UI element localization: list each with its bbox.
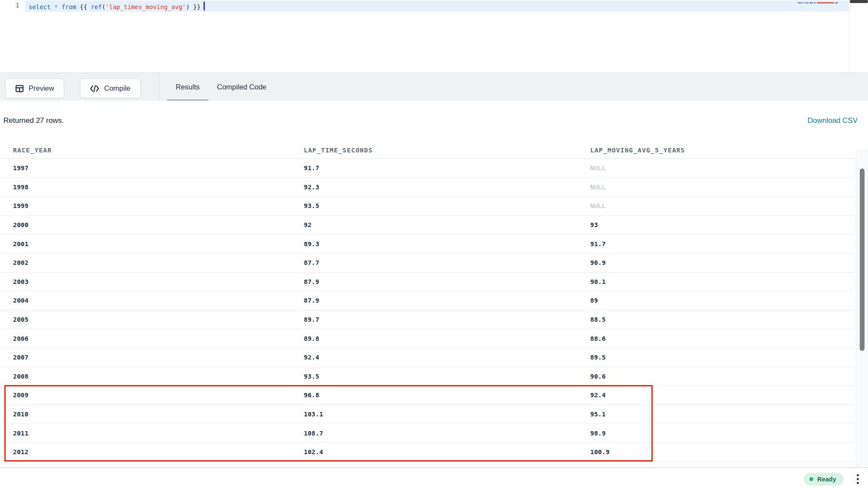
table-row: 199892.3NULL bbox=[0, 178, 855, 197]
editor-scrollbar-thumb[interactable] bbox=[850, 0, 868, 3]
status-bar: Ready bbox=[0, 467, 868, 488]
table-cell: 1997 bbox=[0, 165, 304, 171]
table-cell: 95.1 bbox=[590, 411, 855, 418]
toolbar-divider bbox=[159, 73, 159, 101]
minimap-code-line bbox=[805, 2, 809, 3]
column-header-race-year: RACE_YEAR bbox=[0, 147, 304, 154]
table-cell: NULL bbox=[590, 202, 855, 209]
table-cell: 93 bbox=[590, 221, 855, 228]
column-header-lap-time-seconds: LAP_TIME_SECONDS bbox=[304, 147, 590, 154]
code-line[interactable]: select * from {{ ref('lap_times_moving_a… bbox=[29, 2, 205, 11]
table-cell: 96.8 bbox=[304, 392, 590, 399]
table-cell: 93.5 bbox=[304, 373, 590, 380]
toolbar: Preview Compile Results Compiled Code bbox=[0, 73, 868, 101]
table-row: 200387.990.1 bbox=[0, 273, 855, 292]
status-dot-icon bbox=[809, 477, 813, 481]
status-badge: Ready bbox=[804, 473, 844, 485]
table-cell: 2006 bbox=[0, 335, 304, 342]
table-cell: 91.7 bbox=[304, 165, 590, 171]
table-cell: NULL bbox=[590, 184, 855, 191]
minimap-code-line bbox=[809, 2, 813, 3]
download-csv-link[interactable]: Download CSV bbox=[808, 116, 858, 125]
table-cell: 88.6 bbox=[590, 335, 855, 342]
results-meta-row: Returned 27 rows. Download CSV bbox=[0, 101, 868, 140]
minimap-code-line bbox=[798, 2, 802, 3]
table-cell: 89.5 bbox=[590, 354, 855, 361]
minimap-code-line bbox=[814, 2, 816, 3]
compile-button-label: Compile bbox=[104, 84, 131, 92]
minimap-code-line bbox=[817, 2, 834, 3]
table-cell: 2005 bbox=[0, 316, 304, 323]
table-cell: 89.7 bbox=[304, 316, 590, 323]
table-row: 200189.391.7 bbox=[0, 234, 855, 254]
table-cell: 87.7 bbox=[304, 259, 590, 266]
table-cell: 1999 bbox=[0, 202, 304, 209]
code-brackets-icon bbox=[90, 84, 99, 93]
table-cell: 90.9 bbox=[590, 259, 855, 266]
table-row: 2010103.195.1 bbox=[0, 405, 855, 424]
table-row: 199993.5NULL bbox=[0, 197, 855, 216]
table-scrollbar-thumb[interactable] bbox=[860, 168, 865, 351]
table-row: 200287.790.9 bbox=[0, 254, 855, 273]
table-cell: NULL bbox=[590, 165, 855, 171]
table-row: 200589.788.5 bbox=[0, 310, 855, 330]
table-cell: 100.9 bbox=[590, 448, 855, 455]
table-row: 2011108.798.9 bbox=[0, 424, 855, 443]
table-cell: 92 bbox=[304, 221, 590, 228]
table-row: 200792.489.5 bbox=[0, 348, 855, 367]
table-cell: 103.1 bbox=[304, 411, 590, 418]
table-row: 199791.7NULL bbox=[0, 159, 855, 178]
row-count-summary: Returned 27 rows. bbox=[3, 116, 64, 125]
table-row: 200893.590.6 bbox=[0, 367, 855, 386]
tab-compiled-code[interactable]: Compiled Code bbox=[208, 73, 275, 101]
minimap-code-line bbox=[835, 2, 838, 3]
table-header-row: RACE_YEAR LAP_TIME_SECONDS LAP_MOVING_AV… bbox=[0, 142, 855, 159]
table-cell: 2012 bbox=[0, 448, 304, 455]
table-cell: 2003 bbox=[0, 278, 304, 285]
table-row: 200996.892.4 bbox=[0, 386, 855, 405]
table-cell: 90.6 bbox=[590, 373, 855, 380]
table-cell: 93.5 bbox=[304, 202, 590, 209]
table-cell: 98.9 bbox=[590, 430, 855, 437]
table-cell: 87.9 bbox=[304, 297, 590, 304]
line-number: 1 bbox=[12, 2, 23, 9]
table-cell: 89.8 bbox=[304, 335, 590, 342]
editor-scrollbar[interactable] bbox=[849, 0, 868, 73]
table-row: 2012102.4100.9 bbox=[0, 443, 855, 462]
table-cell: 2004 bbox=[0, 297, 304, 304]
table-cell: 89.3 bbox=[304, 241, 590, 247]
results-table: RACE_YEAR LAP_TIME_SECONDS LAP_MOVING_AV… bbox=[0, 142, 855, 462]
table-row: 20009293 bbox=[0, 216, 855, 235]
preview-button[interactable]: Preview bbox=[5, 79, 64, 98]
kebab-menu-icon[interactable] bbox=[853, 472, 862, 486]
text-cursor bbox=[204, 2, 205, 10]
table-cell: 2002 bbox=[0, 259, 304, 266]
table-cell: 2001 bbox=[0, 241, 304, 247]
code-editor[interactable]: 1 select * from {{ ref('lap_times_moving… bbox=[0, 0, 868, 73]
table-cell: 2009 bbox=[0, 392, 304, 399]
table-scrollbar[interactable] bbox=[856, 150, 868, 467]
table-cell: 102.4 bbox=[304, 448, 590, 455]
table-row: 200487.989 bbox=[0, 291, 855, 310]
table-cell: 2011 bbox=[0, 430, 304, 437]
table-cell: 2010 bbox=[0, 411, 304, 418]
table-cell: 108.7 bbox=[304, 430, 590, 437]
table-cell: 92.4 bbox=[590, 392, 855, 399]
table-cell: 2007 bbox=[0, 354, 304, 361]
table-cell: 90.1 bbox=[590, 278, 855, 285]
tab-results[interactable]: Results bbox=[167, 73, 208, 101]
status-label: Ready bbox=[817, 476, 836, 483]
compile-button[interactable]: Compile bbox=[80, 79, 141, 98]
table-cell: 89 bbox=[590, 297, 855, 304]
table-cell: 92.4 bbox=[304, 354, 590, 361]
editor-minimap[interactable] bbox=[798, 1, 838, 4]
sql-ide-screen: 1 select * from {{ ref('lap_times_moving… bbox=[0, 0, 868, 488]
table-cell: 92.3 bbox=[304, 184, 590, 191]
table-cell: 1998 bbox=[0, 184, 304, 191]
preview-button-label: Preview bbox=[29, 84, 54, 92]
table-body: 199791.7NULL199892.3NULL199993.5NULL2000… bbox=[0, 159, 855, 462]
table-grid-icon bbox=[15, 84, 24, 93]
table-cell: 2008 bbox=[0, 373, 304, 380]
table-row: 200689.888.6 bbox=[0, 329, 855, 348]
table-cell: 87.9 bbox=[304, 278, 590, 285]
